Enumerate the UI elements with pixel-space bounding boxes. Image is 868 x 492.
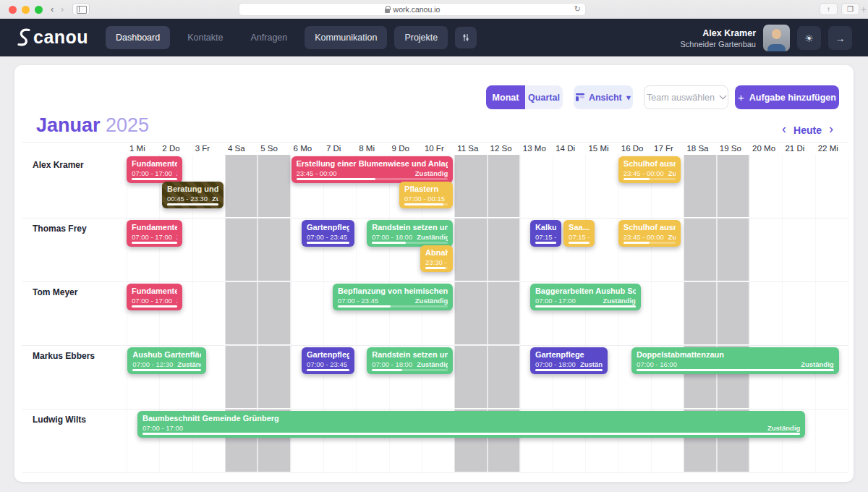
column-gridline [848,154,848,472]
nav-item-anfragen[interactable]: Anfragen [241,26,298,49]
tabs-overview-button[interactable]: ❐ [841,3,859,15]
task-bar[interactable]: Doppelstabmattenzaun07:00 - 16:00Zuständ… [631,347,839,374]
task-time: 07:00 - 18:00 [535,360,576,369]
new-tab-button[interactable]: + [861,4,867,15]
user-name: Alex Kramer [680,28,756,38]
row-gridline [22,472,848,473]
sidebar-toggle-icon[interactable] [72,3,90,15]
task-meta: 07:00 - 16:00Zuständig [637,360,834,369]
task-meta: 07:00 - 18:00Zuständig [535,360,603,369]
weekend-shading [717,282,749,344]
nav-item-kontakte[interactable]: Kontakte [177,26,233,49]
task-progress-fill [307,242,349,244]
task-meta: 07:00 - 23:45Zuständig [338,297,448,305]
task-title: Kalku... [535,223,556,232]
task-meta: 23:30 - 01 [425,258,448,267]
task-progress-fill [167,203,218,205]
task-progress-track [637,369,834,371]
theme-toggle-button[interactable]: ☀ [797,26,821,50]
task-meta: 07:00 - 00:15Zuständig [404,195,448,203]
task-title: Erstellung einer Blumenwiese und Anlage … [297,159,448,169]
weekend-shading [258,155,290,217]
minimize-window-button[interactable] [22,6,30,14]
task-progress-fill [338,305,391,308]
task-progress-fill [637,369,834,371]
task-bar[interactable]: Randstein setzen un...07:00 - 18:00Zustä… [367,347,453,374]
task-bar[interactable]: Baumbeschnitt Gemeinde Grünberg07:00 - 1… [137,411,805,438]
task-meta: 07:15 - 0 [535,233,556,242]
task-time: 07:00 - 17:00 [132,169,172,178]
task-bar[interactable]: Gartenpflege07:00 - 23:45Zuständig [302,347,354,374]
weekend-shading [454,346,487,408]
task-bar[interactable]: Saa...07:15 - [563,220,595,247]
task-bar[interactable]: Fundamente ...07:00 - 17:00Zuständig [127,156,182,183]
zoom-window-button[interactable] [35,6,43,14]
task-badge: Zuständig [603,297,635,305]
weekend-shading [258,282,290,344]
weekend-shading [454,219,487,281]
task-bar[interactable]: Fundamente ...07:00 - 17:00Zuständig [127,284,182,310]
task-bar[interactable]: Baggerarbeiten Aushub Schw...07:00 - 17:… [530,284,641,310]
task-bar[interactable]: Aushub Gartenfläche07:00 - 12:30Zuständi… [127,347,206,374]
forward-button[interactable]: › [61,4,64,15]
weekend-shading [225,346,258,408]
task-bar[interactable]: Erstellung einer Blumenwiese und Anlage … [292,156,454,183]
task-title: Pflastern [404,184,448,194]
task-bar[interactable]: Abnah...23:30 - 01 [420,245,453,272]
task-progress-fill [535,305,636,308]
task-bar[interactable]: Beratung und P...00:45 - 23:30Zuständig [162,182,224,208]
resource-label: Thomas Frey [33,224,87,234]
lock-icon [385,9,390,13]
task-bar[interactable]: Pflastern07:00 - 00:15Zuständig [399,182,453,208]
nav-item-dashboard[interactable]: Dashboard [106,26,170,49]
logout-button[interactable]: → [828,26,852,50]
task-title: Gartenpflege [535,350,603,360]
task-bar[interactable]: Kalku...07:15 - 0 [530,220,561,247]
task-badge: Zuständig [417,360,448,369]
task-progress-fill [372,242,406,244]
avatar[interactable] [763,25,790,51]
task-bar[interactable]: Schulhof ausme...23:45 - 00:00Zuständig [618,156,681,183]
share-button[interactable]: ↑ [820,3,838,15]
task-meta: 07:00 - 23:45Zuständig [307,360,349,369]
sliders-icon [461,33,470,42]
avatar-face [772,29,781,39]
task-bar[interactable]: Randstein setzen un...07:00 - 18:00Zustä… [367,220,453,247]
task-time: 07:00 - 00:15 [404,195,445,203]
nav-item-kommunikation[interactable]: Kommunikation [305,26,387,49]
brand-logo[interactable]: canou [16,27,88,48]
task-badge: Zuständig [415,297,448,305]
weekend-shading [488,155,520,217]
back-button[interactable]: ‹ [51,4,54,15]
task-time: 07:00 - 17:00 [142,424,183,433]
app-navbar: canou Dashboard Kontakte Anfragen Kommun… [0,19,868,56]
task-progress-track [535,242,556,244]
task-bar[interactable]: Gartenpflege07:00 - 18:00Zuständig [530,347,608,374]
task-time: 07:00 - 23:45 [307,360,347,369]
task-bar[interactable]: Schulhof ausme...23:45 - 00:00Zuständig [618,220,681,247]
url-field[interactable]: work.canou.io ↻ [239,3,586,16]
task-progress-track [372,242,448,244]
resource-label: Tom Meyer [33,287,77,297]
task-bar[interactable]: Gartenpflege07:00 - 23:45Zuständig [302,220,354,247]
task-progress-fill [425,267,446,269]
task-progress-fill [297,178,375,180]
task-badge: Zuständig [177,360,201,369]
task-badge: Zuständig [176,169,177,178]
task-progress-fill [535,242,556,244]
reload-icon[interactable]: ↻ [574,4,581,14]
weekend-shading [717,219,749,281]
nav-item-projekte[interactable]: Projekte [394,26,448,49]
close-window-button[interactable] [9,6,17,14]
user-company: Schneider Gartenbau [680,40,756,48]
task-progress-track [338,305,448,308]
task-bar[interactable]: Fundamente ...07:00 - 17:00Zuständig [127,220,182,247]
filters-button[interactable] [455,27,477,48]
task-progress-track [425,267,448,269]
task-meta: 07:00 - 17:00Zuständig [535,297,636,305]
task-progress-fill [132,305,177,308]
resource-label: Markus Ebbers [33,351,95,361]
task-time: 07:00 - 18:00 [372,360,412,369]
task-title: Abnah... [425,248,448,258]
task-bar[interactable]: Bepflanzung von heimischen Str...07:00 -… [333,284,453,310]
